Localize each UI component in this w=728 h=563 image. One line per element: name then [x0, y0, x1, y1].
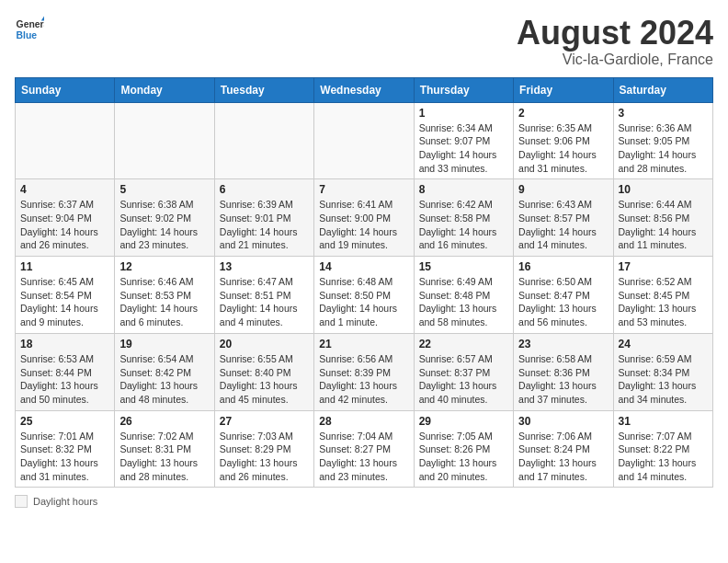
calendar-cell: 5Sunrise: 6:38 AM Sunset: 9:02 PM Daylig…: [115, 179, 214, 257]
calendar-cell: 30Sunrise: 7:06 AM Sunset: 8:24 PM Dayli…: [514, 410, 613, 488]
calendar-cell: 4Sunrise: 6:37 AM Sunset: 9:04 PM Daylig…: [16, 179, 115, 257]
day-number: 12: [119, 260, 209, 273]
header-cell-thursday: Thursday: [414, 77, 513, 102]
day-info: Sunrise: 6:57 AM Sunset: 8:37 PM Dayligh…: [419, 352, 508, 407]
calendar-cell: [16, 102, 115, 179]
day-number: 25: [20, 415, 109, 428]
calendar-title: August 2024: [517, 15, 713, 52]
day-number: 13: [220, 260, 309, 273]
calendar-cell: [314, 102, 414, 179]
day-info: Sunrise: 6:50 AM Sunset: 8:47 PM Dayligh…: [518, 275, 608, 329]
header-row: SundayMondayTuesdayWednesdayThursdayFrid…: [16, 77, 713, 102]
calendar-body: 1Sunrise: 6:34 AM Sunset: 9:07 PM Daylig…: [16, 102, 713, 488]
svg-text:Blue: Blue: [17, 30, 38, 40]
calendar-header: SundayMondayTuesdayWednesdayThursdayFrid…: [16, 77, 713, 102]
day-info: Sunrise: 6:53 AM Sunset: 8:44 PM Dayligh…: [20, 352, 109, 407]
calendar-cell: 13Sunrise: 6:47 AM Sunset: 8:51 PM Dayli…: [214, 257, 313, 334]
calendar-cell: [214, 102, 313, 179]
day-number: 18: [20, 338, 109, 350]
day-number: 24: [619, 338, 708, 350]
day-number: 27: [220, 415, 309, 428]
header-cell-sunday: Sunday: [16, 77, 115, 102]
day-number: 7: [319, 183, 408, 196]
calendar-cell: 23Sunrise: 6:58 AM Sunset: 8:36 PM Dayli…: [514, 333, 613, 410]
calendar-cell: 6Sunrise: 6:39 AM Sunset: 9:01 PM Daylig…: [214, 179, 313, 257]
header-cell-wednesday: Wednesday: [314, 77, 414, 102]
calendar-cell: 29Sunrise: 7:05 AM Sunset: 8:26 PM Dayli…: [414, 410, 513, 488]
day-info: Sunrise: 6:43 AM Sunset: 8:57 PM Dayligh…: [518, 198, 608, 252]
day-number: 17: [619, 260, 708, 273]
day-number: 20: [220, 338, 309, 350]
calendar-cell: 7Sunrise: 6:41 AM Sunset: 9:00 PM Daylig…: [314, 179, 414, 257]
day-info: Sunrise: 6:44 AM Sunset: 8:56 PM Dayligh…: [619, 198, 708, 252]
day-number: 10: [619, 183, 708, 196]
header-cell-monday: Monday: [115, 77, 214, 102]
header-cell-tuesday: Tuesday: [214, 77, 313, 102]
calendar-row-1: 4Sunrise: 6:37 AM Sunset: 9:04 PM Daylig…: [16, 179, 713, 257]
day-number: 4: [20, 183, 109, 196]
day-number: 9: [518, 183, 608, 196]
day-number: 6: [220, 183, 309, 196]
day-info: Sunrise: 6:47 AM Sunset: 8:51 PM Dayligh…: [220, 275, 309, 329]
calendar-cell: 26Sunrise: 7:02 AM Sunset: 8:31 PM Dayli…: [115, 410, 214, 488]
day-info: Sunrise: 6:59 AM Sunset: 8:34 PM Dayligh…: [619, 352, 708, 407]
day-number: 31: [619, 415, 708, 428]
calendar-cell: 11Sunrise: 6:45 AM Sunset: 8:54 PM Dayli…: [16, 257, 115, 334]
day-number: 1: [419, 107, 508, 120]
calendar-cell: 9Sunrise: 6:43 AM Sunset: 8:57 PM Daylig…: [514, 179, 613, 257]
calendar-cell: 25Sunrise: 7:01 AM Sunset: 8:32 PM Dayli…: [16, 410, 115, 488]
day-info: Sunrise: 6:42 AM Sunset: 8:58 PM Dayligh…: [419, 198, 508, 252]
calendar-cell: 12Sunrise: 6:46 AM Sunset: 8:53 PM Dayli…: [115, 257, 214, 334]
day-info: Sunrise: 7:02 AM Sunset: 8:31 PM Dayligh…: [119, 430, 209, 484]
day-number: 14: [319, 260, 408, 273]
day-info: Sunrise: 6:49 AM Sunset: 8:48 PM Dayligh…: [419, 275, 508, 329]
day-info: Sunrise: 6:37 AM Sunset: 9:04 PM Dayligh…: [20, 198, 109, 252]
logo: General Blue: [15, 15, 44, 44]
calendar-cell: 17Sunrise: 6:52 AM Sunset: 8:45 PM Dayli…: [613, 257, 712, 334]
legend: Daylight hours: [15, 495, 713, 508]
calendar-cell: 10Sunrise: 6:44 AM Sunset: 8:56 PM Dayli…: [613, 179, 712, 257]
day-number: 5: [119, 183, 209, 196]
day-info: Sunrise: 6:38 AM Sunset: 9:02 PM Dayligh…: [119, 198, 209, 252]
calendar-cell: 18Sunrise: 6:53 AM Sunset: 8:44 PM Dayli…: [16, 333, 115, 410]
day-info: Sunrise: 7:07 AM Sunset: 8:22 PM Dayligh…: [619, 430, 708, 484]
calendar-row-4: 25Sunrise: 7:01 AM Sunset: 8:32 PM Dayli…: [16, 410, 713, 488]
day-info: Sunrise: 6:41 AM Sunset: 9:00 PM Dayligh…: [319, 198, 408, 252]
calendar-cell: 21Sunrise: 6:56 AM Sunset: 8:39 PM Dayli…: [314, 333, 414, 410]
calendar-cell: 1Sunrise: 6:34 AM Sunset: 9:07 PM Daylig…: [414, 102, 513, 179]
day-info: Sunrise: 6:48 AM Sunset: 8:50 PM Dayligh…: [319, 275, 408, 329]
day-info: Sunrise: 7:04 AM Sunset: 8:27 PM Dayligh…: [319, 430, 408, 484]
day-number: 28: [319, 415, 408, 428]
calendar-cell: 16Sunrise: 6:50 AM Sunset: 8:47 PM Dayli…: [514, 257, 613, 334]
day-info: Sunrise: 6:45 AM Sunset: 8:54 PM Dayligh…: [20, 275, 109, 329]
header-cell-saturday: Saturday: [613, 77, 712, 102]
day-number: 3: [619, 107, 708, 120]
day-info: Sunrise: 6:54 AM Sunset: 8:42 PM Dayligh…: [119, 352, 209, 407]
legend-box: [15, 495, 28, 508]
calendar-table: SundayMondayTuesdayWednesdayThursdayFrid…: [15, 77, 713, 488]
day-info: Sunrise: 6:52 AM Sunset: 8:45 PM Dayligh…: [619, 275, 708, 329]
calendar-cell: 24Sunrise: 6:59 AM Sunset: 8:34 PM Dayli…: [613, 333, 712, 410]
day-info: Sunrise: 6:35 AM Sunset: 9:06 PM Dayligh…: [518, 121, 608, 176]
day-info: Sunrise: 7:05 AM Sunset: 8:26 PM Dayligh…: [419, 430, 508, 484]
day-info: Sunrise: 6:34 AM Sunset: 9:07 PM Dayligh…: [419, 121, 508, 176]
calendar-cell: 14Sunrise: 6:48 AM Sunset: 8:50 PM Dayli…: [314, 257, 414, 334]
day-number: 22: [419, 338, 508, 350]
day-info: Sunrise: 7:03 AM Sunset: 8:29 PM Dayligh…: [220, 430, 309, 484]
page-header: General Blue August 2024 Vic-la-Gardiole…: [15, 15, 713, 68]
svg-text:General: General: [17, 19, 44, 29]
day-info: Sunrise: 7:06 AM Sunset: 8:24 PM Dayligh…: [518, 430, 608, 484]
day-info: Sunrise: 6:56 AM Sunset: 8:39 PM Dayligh…: [319, 352, 408, 407]
day-number: 30: [518, 415, 608, 428]
calendar-cell: 20Sunrise: 6:55 AM Sunset: 8:40 PM Dayli…: [214, 333, 313, 410]
legend-label: Daylight hours: [33, 496, 97, 507]
day-number: 16: [518, 260, 608, 273]
day-number: 2: [518, 107, 608, 120]
calendar-cell: 27Sunrise: 7:03 AM Sunset: 8:29 PM Dayli…: [214, 410, 313, 488]
calendar-row-0: 1Sunrise: 6:34 AM Sunset: 9:07 PM Daylig…: [16, 102, 713, 179]
calendar-row-2: 11Sunrise: 6:45 AM Sunset: 8:54 PM Dayli…: [16, 257, 713, 334]
day-number: 8: [419, 183, 508, 196]
day-number: 11: [20, 260, 109, 273]
day-info: Sunrise: 6:36 AM Sunset: 9:05 PM Dayligh…: [619, 121, 708, 176]
day-info: Sunrise: 6:46 AM Sunset: 8:53 PM Dayligh…: [119, 275, 209, 329]
